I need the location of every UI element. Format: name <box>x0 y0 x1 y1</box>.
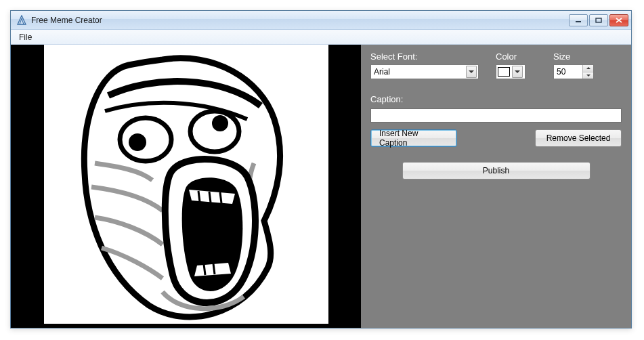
chevron-down-icon <box>466 66 477 78</box>
publish-button[interactable]: Publish <box>402 162 591 179</box>
font-value: Arial <box>374 67 466 77</box>
spinner-buttons <box>582 65 593 79</box>
size-group: Size 50 <box>553 51 607 79</box>
canvas-area <box>11 45 361 328</box>
window-title: Free Meme Creator <box>31 16 569 25</box>
caption-label: Caption: <box>370 94 622 104</box>
svg-point-4 <box>129 133 146 151</box>
maximize-button[interactable] <box>589 14 608 26</box>
publish-row: Publish <box>370 162 622 179</box>
format-row: Select Font: Arial Color Size <box>370 51 622 79</box>
color-group: Color <box>496 51 553 79</box>
titlebar[interactable]: Free Meme Creator <box>11 11 631 30</box>
svg-rect-0 <box>576 21 581 22</box>
remove-selected-button[interactable]: Remove Selected <box>535 129 622 147</box>
font-group: Select Font: Arial <box>370 51 496 79</box>
controls-panel: Select Font: Arial Color Size <box>361 45 631 328</box>
stepper-up-button[interactable] <box>583 65 593 72</box>
minimize-button[interactable] <box>569 14 588 26</box>
size-stepper[interactable]: 50 <box>553 64 594 79</box>
app-window: Free Meme Creator File <box>10 10 632 328</box>
meme-image[interactable] <box>44 45 328 324</box>
color-swatch <box>498 67 510 77</box>
insert-caption-button[interactable]: Insert New Caption <box>370 129 457 147</box>
svg-rect-1 <box>596 18 601 22</box>
chevron-down-icon <box>512 66 523 78</box>
size-value: 50 <box>557 67 582 77</box>
caption-section: Caption: <box>370 94 622 123</box>
window-controls <box>569 14 628 26</box>
caption-input[interactable] <box>370 108 622 123</box>
color-picker[interactable] <box>496 64 525 79</box>
font-label: Select Font: <box>370 51 496 62</box>
size-label: Size <box>553 51 607 62</box>
svg-point-6 <box>212 115 228 131</box>
color-label: Color <box>496 51 553 62</box>
svg-point-5 <box>190 111 239 152</box>
app-icon <box>16 15 27 26</box>
close-button[interactable] <box>609 14 628 26</box>
stepper-down-button[interactable] <box>583 72 593 79</box>
menu-file[interactable]: File <box>14 31 37 43</box>
menubar: File <box>11 30 631 45</box>
content-area: Select Font: Arial Color Size <box>11 45 631 328</box>
caption-buttons-row: Insert New Caption Remove Selected <box>370 129 622 147</box>
font-select[interactable]: Arial <box>370 64 479 79</box>
